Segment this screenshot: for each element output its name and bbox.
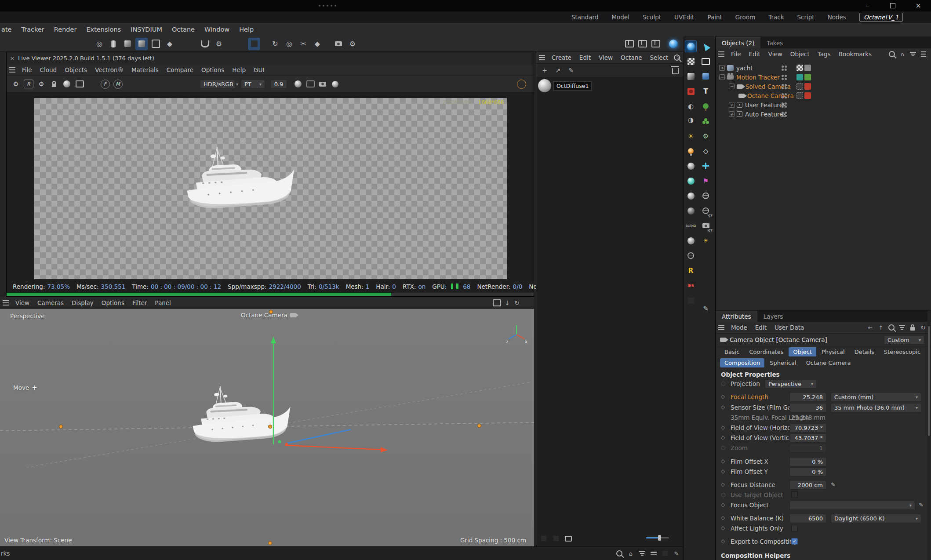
cylinder-primitive-icon[interactable]	[107, 38, 120, 50]
attr-refresh-icon[interactable]: ↻	[918, 323, 928, 332]
om-filter-icon[interactable]	[908, 49, 918, 59]
scissors-tool-icon[interactable]: ✂	[297, 38, 309, 50]
pick-focus-icon[interactable]: ✎	[831, 481, 836, 488]
tree-item-octane-camera[interactable]: Octane Camera	[716, 91, 931, 100]
menu-window[interactable]: Window	[200, 26, 234, 33]
layout-pane-3-icon[interactable]	[650, 38, 662, 50]
lv-menu-compare[interactable]: Compare	[163, 66, 197, 73]
camera-handle-top[interactable]	[269, 310, 273, 314]
octane-camera-tag-icon[interactable]	[804, 83, 811, 90]
projection-dropdown[interactable]: Perspective ▾	[765, 379, 817, 389]
tree-item-auto-features[interactable]: + Auto Features	[716, 109, 931, 119]
lv-material-ball-icon[interactable]	[61, 78, 73, 90]
expand-icon[interactable]: +	[729, 111, 735, 117]
render-result-canvas[interactable]: ZOOM:50% 1668*666	[34, 98, 507, 279]
live-viewer-titlebar[interactable]: × Live Viewer 2025.2.0 Build 1.5.1 (376 …	[7, 52, 534, 64]
wireframe-mode-icon[interactable]	[149, 38, 162, 50]
key-diamond-icon[interactable]: ◇	[721, 404, 725, 410]
cube-primitive-icon[interactable]	[700, 70, 712, 82]
delete-material-icon[interactable]	[669, 65, 681, 76]
attr-tab-object[interactable]: Object	[789, 347, 816, 356]
fov-horizontal-field[interactable]: 70.9723 °	[789, 423, 826, 433]
tree-item-user-features[interactable]: + User Features	[716, 100, 931, 109]
mix-material-icon[interactable]	[685, 235, 697, 247]
tree-item-motion-tracker[interactable]: − Motion Tracker	[716, 73, 931, 82]
blend-material-icon[interactable]: BLEND	[685, 220, 697, 232]
attribute-scrollbar[interactable]	[927, 310, 931, 560]
workplane-icon[interactable]	[178, 38, 190, 50]
layout-tab-groom[interactable]: Groom	[735, 14, 755, 21]
home-icon[interactable]: ⌂	[626, 549, 636, 558]
om-search-icon[interactable]	[887, 49, 897, 59]
magnet-snap-icon[interactable]	[199, 38, 211, 50]
restore-button[interactable]	[880, 0, 906, 11]
tracker-tag-icon[interactable]	[796, 74, 803, 80]
lv-menu-objects[interactable]: Objects	[61, 66, 91, 73]
key-diamond-icon[interactable]: ◇	[721, 525, 725, 531]
camera-handle-bottom[interactable]	[268, 541, 272, 545]
material-item[interactable]: OctDiffuse1	[538, 79, 592, 92]
text-tool-icon[interactable]: T	[700, 85, 712, 97]
lv-settings-gear-icon[interactable]: ⚙	[10, 78, 22, 90]
render-passes-icon[interactable]: R	[685, 265, 697, 276]
quantize-snap-icon[interactable]	[248, 38, 260, 50]
lv-focus-picker-icon[interactable]: F	[99, 78, 111, 90]
viewport-maximize-icon[interactable]	[491, 298, 502, 308]
history-up-icon[interactable]: ↑	[876, 323, 886, 332]
stereo-globe-icon[interactable]: ST	[700, 205, 712, 217]
thumbnail-size-slider[interactable]	[646, 537, 669, 538]
key-diamond-icon[interactable]: ◇	[721, 502, 725, 508]
pick-object-icon[interactable]: ✎	[919, 502, 924, 508]
material-name-label[interactable]: OctDiffuse1	[553, 81, 592, 91]
target-tool-icon[interactable]: ◎	[283, 38, 295, 50]
key-diamond-icon[interactable]: ◇	[721, 424, 725, 430]
open-node-editor-icon[interactable]: ↗	[552, 65, 564, 76]
lv-menu-cloud[interactable]: Cloud	[36, 66, 61, 73]
attr-menu-userdata[interactable]: User Data	[771, 324, 808, 331]
edit-material-icon[interactable]: ✎	[565, 65, 577, 76]
attr-search-icon[interactable]	[887, 323, 896, 332]
frame-tool-icon[interactable]	[700, 55, 712, 67]
lv-film-region-icon[interactable]	[87, 78, 98, 90]
lv-render-region-icon[interactable]	[74, 78, 85, 90]
focus-object-link-field[interactable]: ▾	[789, 501, 915, 510]
camera-handle-center[interactable]	[268, 425, 272, 429]
metallic-material-icon[interactable]	[685, 205, 697, 217]
checker-texture-icon[interactable]	[685, 55, 697, 67]
viewport-hamburger-icon[interactable]	[0, 297, 11, 309]
tab-layers[interactable]: Layers	[757, 311, 789, 322]
mm-hamburger-icon[interactable]	[536, 52, 548, 63]
scrollbar-thumb[interactable]	[928, 326, 930, 436]
diffuse-material-icon[interactable]	[685, 160, 697, 172]
object-list-icon[interactable]	[685, 295, 697, 306]
key-diamond-icon[interactable]: ◇	[721, 515, 725, 521]
sensor-size-unit-dropdown[interactable]: 35 mm Photo (36.0 mm) ▾	[831, 403, 921, 412]
keyframe-icon[interactable]: ◆	[311, 38, 324, 50]
move-tool-icon[interactable]	[700, 160, 712, 172]
om-menu-object[interactable]: Object	[786, 51, 814, 58]
mm-menu-view[interactable]: View	[595, 54, 617, 61]
scatter-tool-icon[interactable]	[700, 115, 712, 127]
crosshair-tag-icon[interactable]	[796, 92, 803, 99]
menu-insydium[interactable]: INSYDIUM	[126, 26, 167, 33]
film-offset-x-field[interactable]: 0 %	[789, 457, 826, 466]
light-object-icon[interactable]: ☀	[700, 235, 712, 247]
invert-tonemap-icon[interactable]: ◐	[685, 115, 697, 127]
feature-tag-icon[interactable]	[804, 74, 811, 80]
attr-tab-details[interactable]: Details	[850, 347, 879, 356]
lv-region-render-icon[interactable]	[516, 78, 527, 90]
mm-menu-select[interactable]: Select	[646, 54, 673, 61]
camera-handle-right[interactable]	[477, 424, 481, 428]
layout-tab-script[interactable]: Script	[797, 14, 814, 21]
vp-menu-panel[interactable]: Panel	[151, 299, 175, 306]
om-menu-view[interactable]: View	[764, 51, 786, 58]
tonemap-icon[interactable]: ◐	[685, 100, 697, 112]
null-object-icon[interactable]: ◇	[700, 145, 712, 157]
vp-menu-filter[interactable]: Filter	[128, 299, 151, 306]
film-offset-y-field[interactable]: 0 %	[789, 467, 826, 476]
tree-item-solved-camera[interactable]: − Solved Camera	[716, 82, 931, 91]
layout-tab-standard[interactable]: Standard	[571, 14, 598, 21]
visibility-dots[interactable]	[782, 93, 787, 98]
sensor-size-field[interactable]: 36	[789, 403, 826, 412]
white-balance-field[interactable]: 6500	[789, 514, 826, 523]
